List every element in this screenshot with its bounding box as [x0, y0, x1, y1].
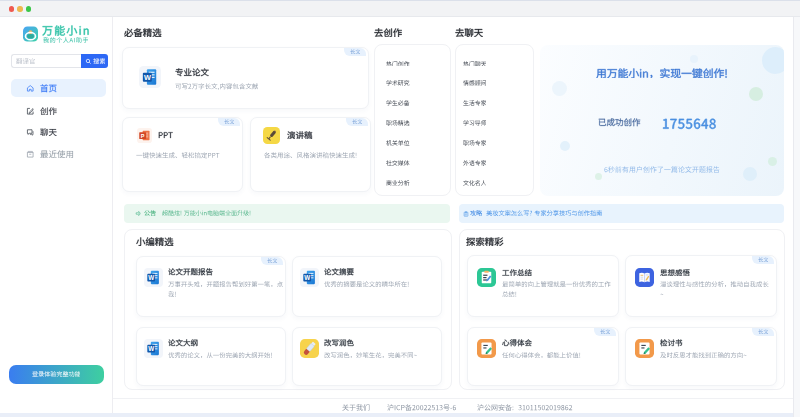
svg-text:W: W	[304, 273, 310, 280]
svg-text:W: W	[144, 72, 151, 81]
svg-text:W: W	[148, 344, 154, 351]
svg-text:P: P	[141, 133, 145, 139]
svg-text:W: W	[148, 273, 154, 280]
